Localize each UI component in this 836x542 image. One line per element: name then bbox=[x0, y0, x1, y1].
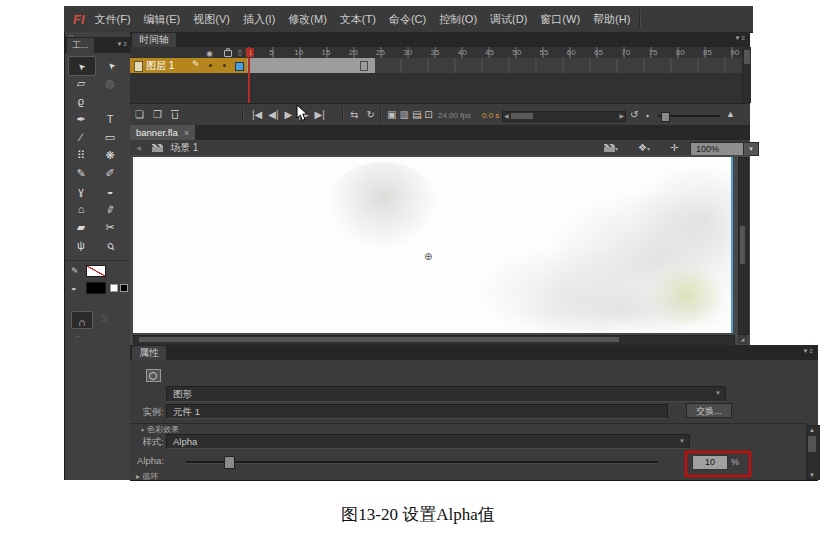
color-mini-controls[interactable] bbox=[110, 284, 128, 292]
back-icon[interactable]: ◂ bbox=[136, 140, 141, 155]
lasso-tool[interactable]: ϱ bbox=[68, 92, 94, 110]
frame-rate-value[interactable]: 24.00 fps bbox=[438, 111, 471, 120]
pen-tool[interactable]: ✒ bbox=[68, 110, 94, 128]
stroke-color-swatch[interactable] bbox=[86, 265, 106, 277]
timeline-v-scrollbar[interactable] bbox=[742, 47, 751, 103]
close-icon[interactable]: × bbox=[184, 125, 190, 140]
onion-skin-outlines-button[interactable]: ▥ bbox=[399, 110, 408, 120]
scrollbar-thumb[interactable] bbox=[511, 113, 533, 119]
document-tab[interactable]: banner.fla × bbox=[130, 125, 195, 140]
menu-item-7[interactable]: 控制(O) bbox=[439, 12, 477, 27]
line-tool[interactable]: ∕ bbox=[68, 128, 94, 146]
menu-item-2[interactable]: 视图(V) bbox=[193, 12, 230, 27]
edit-scene-button[interactable]: ▾ bbox=[604, 140, 618, 155]
deco-tool[interactable]: ❋ bbox=[97, 146, 123, 164]
frame-span[interactable] bbox=[247, 58, 376, 73]
panel-menu-icon[interactable]: ▼≡ bbox=[803, 348, 814, 354]
edit-symbol-button[interactable]: ❖▾ bbox=[638, 140, 650, 155]
spray-brush-tool[interactable]: ⠿ bbox=[68, 146, 94, 164]
loop-section-header[interactable]: ▸ 循环 bbox=[136, 471, 158, 482]
layer-outline-color-swatch[interactable] bbox=[235, 62, 244, 71]
lock-layers-icon[interactable] bbox=[224, 50, 232, 57]
subselection-tool[interactable]: ➤ bbox=[99, 56, 125, 74]
scrollbar-thumb[interactable] bbox=[808, 436, 816, 452]
center-stage-icon[interactable]: ✛ bbox=[670, 140, 678, 155]
properties-scrollbar[interactable]: ▲ ▼ bbox=[806, 425, 820, 480]
onion-skin-button[interactable]: ▣ bbox=[387, 110, 396, 120]
menu-item-8[interactable]: 调试(D) bbox=[490, 12, 527, 27]
goto-last-frame-button[interactable]: ▶| bbox=[315, 110, 325, 120]
menu-item-5[interactable]: 文本(T) bbox=[340, 12, 376, 27]
menu-item-4[interactable]: 修改(M) bbox=[288, 12, 327, 27]
timeline-h-scrollbar[interactable]: ◀ ▶ bbox=[502, 111, 626, 122]
deco-tool-icon: ❋ bbox=[105, 150, 114, 161]
ink-bottle-tool[interactable]: ⌂ bbox=[68, 200, 94, 218]
ruler-number: 35 bbox=[431, 48, 440, 57]
style-dropdown[interactable]: Alpha ▼ bbox=[166, 434, 690, 449]
delete-layer-button[interactable]: ⊔ bbox=[171, 110, 179, 121]
loop-playback-button[interactable]: ↻ bbox=[366, 110, 374, 120]
menu-item-0[interactable]: 文件(F) bbox=[95, 12, 131, 27]
snap-to-objects-button[interactable]: ∩ bbox=[71, 311, 93, 329]
menu-item-9[interactable]: 窗口(W) bbox=[540, 12, 580, 27]
stage-zoom-value[interactable]: 100% bbox=[690, 142, 749, 156]
layer-lock-dot[interactable] bbox=[223, 64, 226, 67]
step-back-button[interactable]: ◀| bbox=[268, 110, 278, 120]
stage-zoom-dropdown[interactable]: ▼ bbox=[743, 142, 759, 156]
alpha-slider-track[interactable] bbox=[186, 461, 658, 464]
menu-item-3[interactable]: 插入(I) bbox=[243, 12, 275, 27]
layer-name-cell[interactable]: 图层 1 ✎ bbox=[130, 58, 247, 73]
zoom-tool[interactable]: ϙ bbox=[97, 236, 123, 254]
empty-frames[interactable] bbox=[375, 58, 742, 73]
scroll-right-icon[interactable]: ▶ bbox=[619, 112, 624, 120]
text-tool[interactable]: T bbox=[97, 110, 123, 128]
pencil-tool[interactable]: ✎ bbox=[68, 164, 94, 182]
3d-rotation-tool[interactable]: ◍ bbox=[97, 74, 123, 92]
stage-canvas[interactable]: ⊕ bbox=[133, 157, 733, 333]
center-frame-button[interactable]: ⇆ bbox=[350, 110, 358, 120]
play-button[interactable]: ▶ bbox=[285, 110, 293, 120]
new-layer-button[interactable]: ❏ bbox=[135, 110, 144, 120]
menu-item-6[interactable]: 命令(C) bbox=[389, 12, 426, 27]
brush-tool[interactable]: ✐ bbox=[97, 164, 123, 182]
eraser-tool[interactable]: ▰ bbox=[68, 218, 94, 236]
tools-panel-tab[interactable]: 工... bbox=[67, 38, 94, 53]
outline-layers-icon[interactable]: ▯ bbox=[238, 49, 242, 57]
free-transform-tool[interactable]: ▱ bbox=[68, 74, 94, 92]
layer-row[interactable]: 图层 1 ✎ bbox=[130, 58, 742, 73]
scroll-down-icon[interactable]: ▼ bbox=[807, 472, 817, 478]
hand-tool[interactable]: ψ bbox=[68, 236, 94, 254]
modify-markers-button[interactable]: ⊡ bbox=[424, 110, 432, 120]
rectangle-tool[interactable]: ▭ bbox=[97, 128, 123, 146]
menu-item-1[interactable]: 编辑(E) bbox=[144, 12, 181, 27]
show-hide-layers-icon[interactable]: ◉ bbox=[206, 49, 213, 58]
new-folder-button[interactable]: ❐ bbox=[153, 110, 162, 120]
reset-timeline-zoom-button[interactable]: ↺ bbox=[630, 110, 638, 120]
selection-tool[interactable]: ➤ bbox=[68, 56, 96, 76]
scene-breadcrumb[interactable]: 场景 1 bbox=[170, 140, 198, 155]
paint-bucket-tool[interactable]: ◒ bbox=[97, 182, 123, 200]
fill-color-swatch[interactable] bbox=[86, 282, 106, 294]
stage-v-scrollbar[interactable] bbox=[738, 157, 749, 335]
properties-tab[interactable]: 属性 bbox=[132, 346, 166, 360]
eyedropper-tool[interactable]: ✏ bbox=[97, 200, 123, 218]
scroll-up-icon[interactable]: ▲ bbox=[807, 427, 817, 433]
panel-menu-icon[interactable]: ▼≡ bbox=[117, 41, 128, 47]
playhead[interactable] bbox=[248, 47, 250, 103]
zoom-out-frames-icon[interactable]: ▴ bbox=[646, 112, 649, 118]
zoom-in-frames-icon[interactable]: ▲ bbox=[726, 110, 735, 119]
alpha-slider-handle[interactable] bbox=[224, 456, 235, 469]
frame-view-slider-thumb[interactable] bbox=[661, 112, 670, 122]
swap-button[interactable]: 交换... bbox=[686, 403, 732, 418]
goto-first-frame-button[interactable]: |◀ bbox=[252, 110, 262, 120]
menu-item-10[interactable]: 帮助(H) bbox=[593, 12, 630, 27]
symbol-type-dropdown[interactable]: 图形 ▼ bbox=[166, 386, 726, 402]
instance-name-field[interactable]: 元件 1 bbox=[166, 404, 668, 419]
scroll-left-icon[interactable]: ◀ bbox=[504, 112, 509, 120]
timeline-tab[interactable]: 时间轴 bbox=[132, 33, 176, 47]
bind-tool[interactable]: ✂ bbox=[97, 218, 123, 236]
frame-view-slider[interactable] bbox=[658, 115, 720, 117]
panel-menu-icon[interactable]: ▼≡ bbox=[735, 35, 746, 41]
layer-visibility-dot[interactable] bbox=[209, 64, 212, 67]
bone-tool[interactable]: ɣ bbox=[68, 182, 94, 200]
